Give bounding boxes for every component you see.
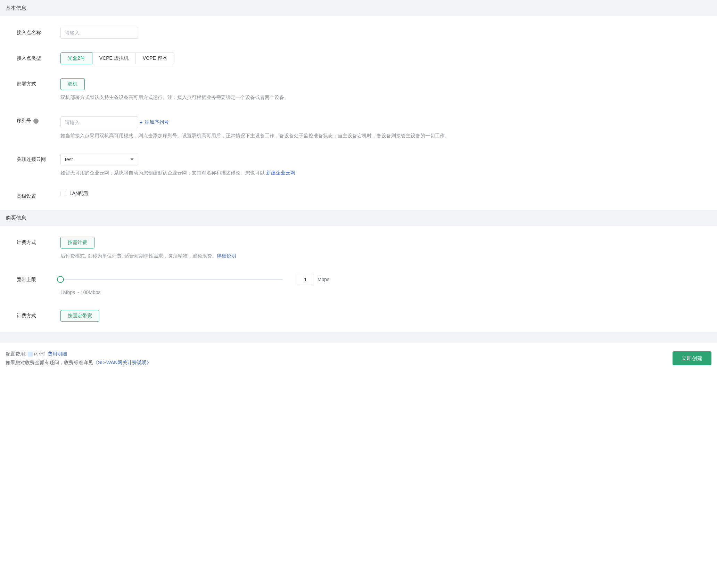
spacer xyxy=(0,332,717,343)
create-button[interactable]: 立即创建 xyxy=(673,351,711,365)
hint-network: 如暂无可用的企业云网，系统将自动为您创建默认企业云网，支持对名称和描述修改。您也… xyxy=(60,169,711,177)
hint-billing: 后付费模式, 以秒为单位计费, 适合短期弹性需求，灵活精准，避免浪费。详细说明 xyxy=(60,252,711,260)
row-bandwidth: 宽带上限 Mbps 1Mbps ~ 100Mbps xyxy=(17,274,711,296)
input-bandwidth[interactable] xyxy=(297,274,314,285)
row-network: 关联连接云网 test 如暂无可用的企业云网，系统将自动为您创建默认企业云网，支… xyxy=(17,154,711,177)
radio-billing-ondemand[interactable]: 按需计费 xyxy=(60,237,94,248)
slider-handle[interactable] xyxy=(57,276,64,283)
input-access-name[interactable] xyxy=(60,27,138,39)
bandwidth-unit: Mbps xyxy=(318,277,329,282)
input-serial[interactable] xyxy=(60,116,138,128)
radio-type-option-0[interactable]: 光盒2号 xyxy=(60,52,92,64)
label-billing-mode: 计费方式 xyxy=(17,310,60,319)
row-serial: 序列号 i + 添加序列号 如当前接入点采用双机高可用模式，则点击添加序列号。设… xyxy=(17,115,711,139)
plus-icon: + xyxy=(140,120,142,125)
bandwidth-slider[interactable] xyxy=(60,279,283,280)
hint-deploy: 双机部署方式默认支持主备设备高可用方式运行。注：接入点可根据业务需要绑定一个设备… xyxy=(60,93,711,101)
radio-deploy-dual[interactable]: 双机 xyxy=(60,78,85,90)
link-cost-detail[interactable]: 费用明细 xyxy=(48,351,67,357)
label-advanced: 高级设置 xyxy=(17,190,60,199)
link-doc[interactable]: 《SD-WAN网关计费说明》 xyxy=(93,360,151,365)
chevron-down-icon xyxy=(130,158,134,160)
checkbox-lan[interactable] xyxy=(60,191,66,196)
label-network: 关联连接云网 xyxy=(17,154,60,163)
radio-billing-fixed[interactable]: 按固定带宽 xyxy=(60,310,99,322)
radio-type-option-1[interactable]: VCPE 虚拟机 xyxy=(92,52,136,64)
row-advanced: 高级设置 LAN配置 xyxy=(17,190,711,199)
label-access-name: 接入点名称 xyxy=(17,27,60,36)
section-header-purchase: 购买信息 xyxy=(0,210,717,226)
checkbox-lan-label: LAN配置 xyxy=(69,190,89,197)
section-body-basic: 接入点名称 接入点类型 光盒2号 VCPE 虚拟机 VCPE 容器 部署方式 双… xyxy=(0,16,717,210)
select-network[interactable]: test xyxy=(60,154,138,165)
label-access-type: 接入点类型 xyxy=(17,52,60,62)
price-mask xyxy=(28,352,33,357)
label-bandwidth: 宽带上限 xyxy=(17,274,60,283)
radio-group-type: 光盒2号 VCPE 虚拟机 VCPE 容器 xyxy=(60,52,711,64)
add-serial-link[interactable]: + 添加序列号 xyxy=(140,119,169,125)
section-header-basic: 基本信息 xyxy=(0,0,717,16)
select-value: test xyxy=(65,157,73,162)
info-icon[interactable]: i xyxy=(33,119,39,124)
row-access-name: 接入点名称 xyxy=(17,27,711,39)
section-body-purchase: 计费方式 按需计费 后付费模式, 以秒为单位计费, 适合短期弹性需求，灵活精准，… xyxy=(0,226,717,332)
row-billing-mode: 计费方式 按固定带宽 xyxy=(17,310,711,322)
label-serial: 序列号 i xyxy=(17,115,60,124)
label-billing: 计费方式 xyxy=(17,237,60,246)
link-new-network[interactable]: 新建企业云网 xyxy=(266,170,295,175)
hint-bandwidth: 1Mbps ~ 100Mbps xyxy=(60,288,711,296)
label-deploy: 部署方式 xyxy=(17,78,60,87)
hint-serial: 如当前接入点采用双机高可用模式，则点击添加序列号。设置双机高可用后，正常情况下主… xyxy=(60,132,711,139)
row-billing: 计费方式 按需计费 后付费模式, 以秒为单位计费, 适合短期弹性需求，灵活精准，… xyxy=(17,237,711,260)
footer-info: 配置费用: /小时 费用明细 如果您对收费金额有疑问，收费标准详见《SD-WAN… xyxy=(6,350,151,367)
footer: 配置费用: /小时 费用明细 如果您对收费金额有疑问，收费标准详见《SD-WAN… xyxy=(0,343,717,374)
row-access-type: 接入点类型 光盒2号 VCPE 虚拟机 VCPE 容器 xyxy=(17,52,711,64)
link-billing-detail[interactable]: 详细说明 xyxy=(217,253,236,259)
radio-type-option-2[interactable]: VCPE 容器 xyxy=(135,52,174,64)
row-deploy: 部署方式 双机 双机部署方式默认支持主备设备高可用方式运行。注：接入点可根据业务… xyxy=(17,78,711,101)
